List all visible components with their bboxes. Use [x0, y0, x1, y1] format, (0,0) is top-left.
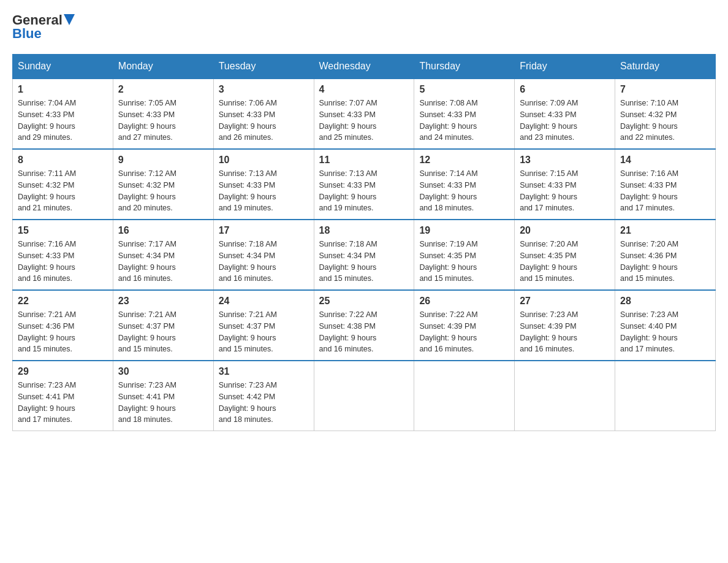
day-number: 3	[219, 84, 309, 95]
day-number: 5	[419, 84, 509, 95]
calendar-cell: 29 Sunrise: 7:23 AM Sunset: 4:41 PM Dayl…	[13, 361, 113, 431]
day-info: Sunrise: 7:21 AM Sunset: 4:37 PM Dayligh…	[118, 309, 208, 355]
calendar-cell: 31 Sunrise: 7:23 AM Sunset: 4:42 PM Dayl…	[213, 361, 314, 431]
day-info: Sunrise: 7:15 AM Sunset: 4:33 PM Dayligh…	[520, 168, 610, 214]
day-info: Sunrise: 7:16 AM Sunset: 4:33 PM Dayligh…	[18, 239, 108, 285]
day-info: Sunrise: 7:10 AM Sunset: 4:32 PM Dayligh…	[620, 98, 710, 144]
day-number: 12	[419, 155, 509, 166]
day-info: Sunrise: 7:23 AM Sunset: 4:42 PM Dayligh…	[219, 380, 309, 426]
calendar-cell: 15 Sunrise: 7:16 AM Sunset: 4:33 PM Dayl…	[13, 220, 113, 290]
calendar-cell: 1 Sunrise: 7:04 AM Sunset: 4:33 PM Dayli…	[13, 79, 113, 149]
week-row-1: 1 Sunrise: 7:04 AM Sunset: 4:33 PM Dayli…	[13, 79, 716, 149]
day-number: 13	[520, 155, 610, 166]
calendar-cell: 20 Sunrise: 7:20 AM Sunset: 4:35 PM Dayl…	[515, 220, 615, 290]
day-info: Sunrise: 7:16 AM Sunset: 4:33 PM Dayligh…	[620, 168, 710, 214]
logo-triangle-icon	[64, 14, 75, 25]
day-number: 7	[620, 84, 710, 95]
logo-blue-text: Blue	[12, 26, 42, 42]
day-number: 17	[219, 225, 309, 236]
calendar-cell: 3 Sunrise: 7:06 AM Sunset: 4:33 PM Dayli…	[213, 79, 314, 149]
day-number: 29	[18, 366, 108, 377]
day-info: Sunrise: 7:23 AM Sunset: 4:40 PM Dayligh…	[620, 309, 710, 355]
col-header-thursday: Thursday	[414, 55, 515, 79]
col-header-tuesday: Tuesday	[213, 55, 314, 79]
calendar-cell: 13 Sunrise: 7:15 AM Sunset: 4:33 PM Dayl…	[515, 149, 615, 220]
day-info: Sunrise: 7:12 AM Sunset: 4:32 PM Dayligh…	[118, 168, 208, 214]
week-row-2: 8 Sunrise: 7:11 AM Sunset: 4:32 PM Dayli…	[13, 149, 716, 220]
day-info: Sunrise: 7:23 AM Sunset: 4:39 PM Dayligh…	[520, 309, 610, 355]
calendar-cell: 18 Sunrise: 7:18 AM Sunset: 4:34 PM Dayl…	[314, 220, 414, 290]
day-number: 1	[18, 84, 108, 95]
day-info: Sunrise: 7:17 AM Sunset: 4:34 PM Dayligh…	[118, 239, 208, 285]
day-number: 21	[620, 225, 710, 236]
day-number: 10	[219, 155, 309, 166]
calendar-cell: 2 Sunrise: 7:05 AM Sunset: 4:33 PM Dayli…	[113, 79, 213, 149]
calendar-cell: 14 Sunrise: 7:16 AM Sunset: 4:33 PM Dayl…	[615, 149, 716, 220]
day-number: 2	[118, 84, 208, 95]
calendar-cell	[414, 361, 515, 431]
day-number: 27	[520, 296, 610, 307]
week-row-4: 22 Sunrise: 7:21 AM Sunset: 4:36 PM Dayl…	[13, 290, 716, 361]
week-row-5: 29 Sunrise: 7:23 AM Sunset: 4:41 PM Dayl…	[13, 361, 716, 431]
day-number: 26	[419, 296, 509, 307]
day-info: Sunrise: 7:06 AM Sunset: 4:33 PM Dayligh…	[219, 98, 309, 144]
calendar-cell	[615, 361, 716, 431]
day-info: Sunrise: 7:04 AM Sunset: 4:33 PM Dayligh…	[18, 98, 108, 144]
calendar-cell: 19 Sunrise: 7:19 AM Sunset: 4:35 PM Dayl…	[414, 220, 515, 290]
day-number: 24	[219, 296, 309, 307]
calendar-cell: 26 Sunrise: 7:22 AM Sunset: 4:39 PM Dayl…	[414, 290, 515, 361]
calendar-cell: 10 Sunrise: 7:13 AM Sunset: 4:33 PM Dayl…	[213, 149, 314, 220]
calendar-cell: 8 Sunrise: 7:11 AM Sunset: 4:32 PM Dayli…	[13, 149, 113, 220]
page-header: General Blue	[12, 12, 716, 42]
col-header-saturday: Saturday	[615, 55, 716, 79]
calendar-cell	[515, 361, 615, 431]
col-header-wednesday: Wednesday	[314, 55, 414, 79]
day-number: 22	[18, 296, 108, 307]
day-number: 20	[520, 225, 610, 236]
day-number: 6	[520, 84, 610, 95]
day-number: 18	[319, 225, 409, 236]
calendar-cell: 12 Sunrise: 7:14 AM Sunset: 4:33 PM Dayl…	[414, 149, 515, 220]
calendar-cell: 27 Sunrise: 7:23 AM Sunset: 4:39 PM Dayl…	[515, 290, 615, 361]
calendar-cell: 7 Sunrise: 7:10 AM Sunset: 4:32 PM Dayli…	[615, 79, 716, 149]
col-header-sunday: Sunday	[13, 55, 113, 79]
day-info: Sunrise: 7:22 AM Sunset: 4:38 PM Dayligh…	[319, 309, 409, 355]
calendar-cell: 22 Sunrise: 7:21 AM Sunset: 4:36 PM Dayl…	[13, 290, 113, 361]
day-info: Sunrise: 7:22 AM Sunset: 4:39 PM Dayligh…	[419, 309, 509, 355]
day-info: Sunrise: 7:23 AM Sunset: 4:41 PM Dayligh…	[18, 380, 108, 426]
calendar-cell: 25 Sunrise: 7:22 AM Sunset: 4:38 PM Dayl…	[314, 290, 414, 361]
day-info: Sunrise: 7:18 AM Sunset: 4:34 PM Dayligh…	[219, 239, 309, 285]
day-info: Sunrise: 7:23 AM Sunset: 4:41 PM Dayligh…	[118, 380, 208, 426]
day-number: 19	[419, 225, 509, 236]
day-info: Sunrise: 7:20 AM Sunset: 4:36 PM Dayligh…	[620, 239, 710, 285]
day-info: Sunrise: 7:07 AM Sunset: 4:33 PM Dayligh…	[319, 98, 409, 144]
col-header-monday: Monday	[113, 55, 213, 79]
day-number: 31	[219, 366, 309, 377]
calendar-cell: 16 Sunrise: 7:17 AM Sunset: 4:34 PM Dayl…	[113, 220, 213, 290]
day-info: Sunrise: 7:13 AM Sunset: 4:33 PM Dayligh…	[319, 168, 409, 214]
day-info: Sunrise: 7:09 AM Sunset: 4:33 PM Dayligh…	[520, 98, 610, 144]
day-number: 23	[118, 296, 208, 307]
day-info: Sunrise: 7:14 AM Sunset: 4:33 PM Dayligh…	[419, 168, 509, 214]
day-info: Sunrise: 7:13 AM Sunset: 4:33 PM Dayligh…	[219, 168, 309, 214]
day-number: 28	[620, 296, 710, 307]
svg-marker-0	[64, 14, 75, 25]
calendar-cell: 24 Sunrise: 7:21 AM Sunset: 4:37 PM Dayl…	[213, 290, 314, 361]
calendar-cell: 11 Sunrise: 7:13 AM Sunset: 4:33 PM Dayl…	[314, 149, 414, 220]
day-number: 4	[319, 84, 409, 95]
calendar-cell: 5 Sunrise: 7:08 AM Sunset: 4:33 PM Dayli…	[414, 79, 515, 149]
day-info: Sunrise: 7:21 AM Sunset: 4:36 PM Dayligh…	[18, 309, 108, 355]
day-number: 11	[319, 155, 409, 166]
day-number: 14	[620, 155, 710, 166]
calendar-cell: 21 Sunrise: 7:20 AM Sunset: 4:36 PM Dayl…	[615, 220, 716, 290]
calendar-cell: 17 Sunrise: 7:18 AM Sunset: 4:34 PM Dayl…	[213, 220, 314, 290]
day-number: 25	[319, 296, 409, 307]
calendar-cell: 23 Sunrise: 7:21 AM Sunset: 4:37 PM Dayl…	[113, 290, 213, 361]
col-header-friday: Friday	[515, 55, 615, 79]
calendar-cell	[314, 361, 414, 431]
day-info: Sunrise: 7:21 AM Sunset: 4:37 PM Dayligh…	[219, 309, 309, 355]
calendar-cell: 6 Sunrise: 7:09 AM Sunset: 4:33 PM Dayli…	[515, 79, 615, 149]
day-info: Sunrise: 7:18 AM Sunset: 4:34 PM Dayligh…	[319, 239, 409, 285]
calendar-cell: 30 Sunrise: 7:23 AM Sunset: 4:41 PM Dayl…	[113, 361, 213, 431]
day-info: Sunrise: 7:11 AM Sunset: 4:32 PM Dayligh…	[18, 168, 108, 214]
